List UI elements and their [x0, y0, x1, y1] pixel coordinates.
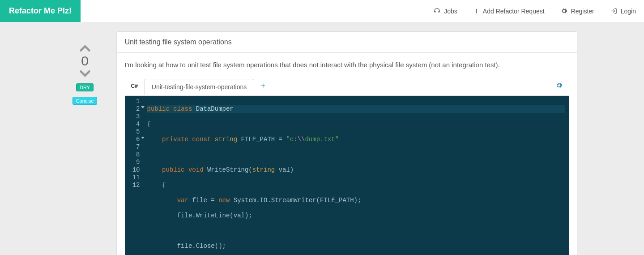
nav-add-refactor[interactable]: Add Refactor Request: [465, 0, 553, 22]
plus-icon: [473, 8, 479, 14]
line-number: 1: [130, 98, 140, 105]
post-description: I'm looking at how to unit test file sys…: [125, 61, 569, 69]
editor-settings-button[interactable]: [550, 82, 569, 90]
line-number: 10: [130, 166, 140, 174]
tag-dry[interactable]: DRY: [76, 83, 94, 91]
post-title: Unit testing file system operations: [117, 32, 577, 53]
upvote-button[interactable]: [79, 44, 91, 53]
downvote-button[interactable]: [79, 69, 91, 78]
code-editor[interactable]: 1 2 3 4 5 6 7 8 9 10 11 12 public class …: [125, 95, 569, 255]
code-line: {: [147, 121, 565, 128]
language-badge: C#: [125, 83, 144, 89]
code-line: public void WriteString(string val): [147, 166, 565, 174]
line-number: 7: [130, 143, 140, 151]
vote-column: 0 DRY Concise: [67, 31, 103, 255]
line-number: 5: [130, 128, 140, 136]
code-line: var file = new System.IO.StreamWriter(FI…: [147, 197, 565, 204]
line-number: 9: [130, 159, 140, 166]
headphones-icon: [434, 8, 440, 14]
line-number: 3: [130, 113, 140, 121]
nav-jobs-label: Jobs: [444, 8, 457, 15]
line-number: 12: [130, 182, 140, 189]
vote-count: 0: [81, 53, 89, 69]
login-icon: [610, 8, 617, 14]
nav-register-label: Register: [571, 8, 594, 15]
code-line: private const string FILE_PATH = "c:\\du…: [147, 136, 565, 143]
nav-login-label: Login: [621, 8, 636, 15]
line-number: 8: [130, 151, 140, 159]
navbar: Refactor Me Plz! Jobs Add Refactor Reque…: [0, 0, 644, 22]
nav-add-label: Add Refactor Request: [483, 8, 545, 15]
add-tab-button[interactable]: [254, 82, 272, 90]
nav-jobs[interactable]: Jobs: [426, 0, 465, 22]
chevron-up-icon: [79, 44, 91, 53]
nav-register[interactable]: Register: [553, 0, 602, 22]
nav-login[interactable]: Login: [602, 0, 644, 22]
fold-marker-icon[interactable]: [141, 106, 145, 108]
code-line: file.WriteLine(val);: [147, 212, 565, 220]
file-tab[interactable]: Unit-testing-file-system-operations: [144, 79, 254, 95]
nav-spacer: [81, 0, 426, 22]
code-line: [147, 151, 565, 159]
brand-link[interactable]: Refactor Me Plz!: [0, 0, 81, 22]
gear-icon: [556, 82, 563, 89]
main-container: 0 DRY Concise Unit testing file system o…: [60, 22, 584, 255]
code-line: {: [147, 182, 565, 189]
plus-icon: [260, 83, 266, 88]
line-gutter: 1 2 3 4 5 6 7 8 9 10 11 12: [125, 96, 144, 255]
editor-toolbar: C# Unit-testing-file-system-operations: [125, 77, 569, 95]
tag-concise[interactable]: Concise: [73, 97, 98, 105]
code-area[interactable]: public class DataDumper { private const …: [144, 96, 569, 255]
post-panel: Unit testing file system operations I'm …: [116, 31, 577, 255]
code-line: [147, 227, 565, 235]
line-number: 11: [130, 174, 140, 182]
line-number: 6: [130, 136, 140, 143]
code-line: public class DataDumper: [147, 105, 565, 113]
chevron-down-icon: [79, 69, 91, 78]
code-line: file.Close();: [147, 242, 565, 250]
line-number: 4: [130, 121, 140, 128]
line-number: 2: [130, 105, 140, 113]
post-body: I'm looking at how to unit test file sys…: [117, 53, 577, 255]
fold-marker-icon[interactable]: [141, 137, 145, 139]
gear-icon: [561, 8, 567, 14]
